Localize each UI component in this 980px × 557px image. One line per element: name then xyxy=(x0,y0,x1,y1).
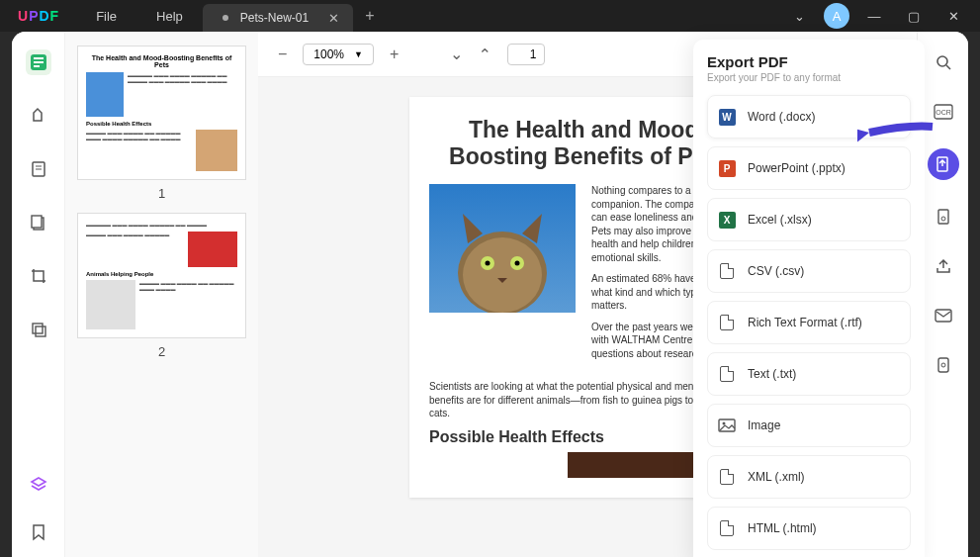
svg-rect-25 xyxy=(938,358,948,372)
layers-icon[interactable] xyxy=(26,472,51,498)
svg-rect-2 xyxy=(34,61,44,63)
svg-point-15 xyxy=(486,261,490,266)
file-type-icon: W xyxy=(718,108,736,126)
next-page-button[interactable]: ⌄ xyxy=(479,45,491,63)
export-label: CSV (.csv) xyxy=(748,264,804,278)
edit-pdf-icon[interactable] xyxy=(26,156,51,182)
page-number-input[interactable]: 1 xyxy=(507,44,545,65)
export-option-html[interactable]: HTML (.html) xyxy=(707,507,911,550)
email-icon[interactable] xyxy=(931,303,956,328)
cat-image xyxy=(429,184,576,313)
bookmark-icon[interactable] xyxy=(26,519,51,545)
export-label: XML (.xml) xyxy=(748,470,805,484)
export-option-xml[interactable]: XML (.xml) xyxy=(707,455,911,499)
export-label: Rich Text Format (.rtf) xyxy=(748,316,862,329)
export-label: Excel (.xlsx) xyxy=(748,213,812,227)
svg-point-23 xyxy=(941,217,945,221)
add-tab-button[interactable]: + xyxy=(353,7,386,25)
svg-rect-1 xyxy=(34,57,44,59)
zoom-value: 100% xyxy=(313,47,344,61)
file-type-icon xyxy=(718,314,736,331)
file-type-icon xyxy=(718,417,736,434)
export-option-csv[interactable]: CSV (.csv) xyxy=(707,249,911,293)
export-option-excel[interactable]: XExcel (.xlsx) xyxy=(707,198,911,241)
svg-text:OCR: OCR xyxy=(935,109,951,116)
app-logo: UPDF xyxy=(0,8,76,24)
crop-icon[interactable] xyxy=(26,263,51,289)
export-option-image[interactable]: Image xyxy=(707,404,911,447)
zoom-out-button[interactable]: − xyxy=(278,46,287,63)
share-icon[interactable] xyxy=(931,253,956,279)
close-window-button[interactable]: ✕ xyxy=(938,9,968,24)
svg-line-18 xyxy=(946,65,950,69)
svg-point-28 xyxy=(723,422,726,425)
thumb-page-number: 2 xyxy=(77,344,246,359)
export-subtitle: Export your PDF to any format xyxy=(707,72,911,83)
export-label: HTML (.html) xyxy=(748,521,817,535)
thumb-heading: Possible Health Effects xyxy=(86,121,237,127)
tab-label: Pets-New-01 xyxy=(240,11,309,25)
user-avatar[interactable]: A xyxy=(824,3,849,29)
export-option-rich[interactable]: Rich Text Format (.rtf) xyxy=(707,301,911,344)
thumb-heading: Animals Helping People xyxy=(86,271,237,277)
print-icon[interactable] xyxy=(931,352,956,378)
svg-point-26 xyxy=(941,363,945,367)
prev-page-button[interactable]: ⌄ xyxy=(450,45,463,63)
thumbnail-panel: The Health and Mood-Boosting Benefits of… xyxy=(65,32,258,557)
file-type-icon xyxy=(718,365,736,383)
reader-mode-icon[interactable] xyxy=(26,49,51,75)
left-toolbar xyxy=(12,32,65,557)
svg-rect-24 xyxy=(935,310,951,322)
svg-rect-10 xyxy=(36,326,45,336)
chevron-down-icon: ▼ xyxy=(354,49,363,59)
svg-rect-3 xyxy=(34,65,40,67)
export-panel: Export PDF Export your PDF to any format… xyxy=(693,40,925,557)
export-option-powerpoint[interactable]: PPowerPoint (.pptx) xyxy=(707,146,911,190)
export-label: Image xyxy=(748,418,780,432)
svg-rect-8 xyxy=(32,216,42,228)
thumb-title: The Health and Mood-Boosting Benefits of… xyxy=(86,54,237,68)
redact-icon[interactable] xyxy=(26,317,51,342)
thumbnail-page-1[interactable]: The Health and Mood-Boosting Benefits of… xyxy=(77,46,246,180)
annotate-icon[interactable] xyxy=(26,103,51,129)
document-tab[interactable]: Pets-New-01 ✕ xyxy=(203,4,353,32)
chevron-down-icon[interactable]: ⌄ xyxy=(784,9,814,24)
file-type-icon: X xyxy=(718,211,736,229)
tab-modified-indicator xyxy=(223,15,228,21)
minimize-button[interactable]: ― xyxy=(859,9,889,24)
export-option-text[interactable]: Text (.txt) xyxy=(707,352,911,396)
svg-rect-9 xyxy=(33,324,43,333)
thumbnail-page-2[interactable]: ▬▬▬▬▬ ▬▬▬ ▬▬▬▬ ▬▬▬▬▬ ▬▬ ▬▬▬▬ ▬▬▬▬ ▬▬▬ ▬▬… xyxy=(77,213,246,338)
menu-help[interactable]: Help xyxy=(136,0,203,32)
export-label: Word (.docx) xyxy=(748,110,815,124)
svg-point-12 xyxy=(463,237,542,313)
organize-pages-icon[interactable] xyxy=(26,210,51,235)
protect-icon[interactable] xyxy=(931,204,956,230)
file-type-icon: P xyxy=(718,159,736,177)
search-icon[interactable] xyxy=(931,49,956,75)
titlebar: UPDF File Help Pets-New-01 ✕ + ⌄ A ― ▢ ✕ xyxy=(0,0,980,32)
maximize-button[interactable]: ▢ xyxy=(899,9,929,24)
file-type-icon xyxy=(718,468,736,486)
export-icon[interactable] xyxy=(928,148,959,180)
thumb-page-number: 1 xyxy=(77,186,246,201)
zoom-dropdown[interactable]: 100%▼ xyxy=(303,44,374,65)
export-label: Text (.txt) xyxy=(748,367,796,381)
svg-point-16 xyxy=(515,261,520,266)
callout-arrow xyxy=(857,119,936,152)
export-title: Export PDF xyxy=(707,53,911,70)
file-type-icon xyxy=(718,519,736,537)
export-label: PowerPoint (.pptx) xyxy=(748,161,846,175)
zoom-in-button[interactable]: + xyxy=(390,46,399,63)
close-tab-icon[interactable]: ✕ xyxy=(328,11,339,26)
menu-file[interactable]: File xyxy=(76,0,136,32)
svg-point-17 xyxy=(937,56,947,66)
tab-strip: Pets-New-01 ✕ + xyxy=(203,0,387,32)
file-type-icon xyxy=(718,262,736,280)
